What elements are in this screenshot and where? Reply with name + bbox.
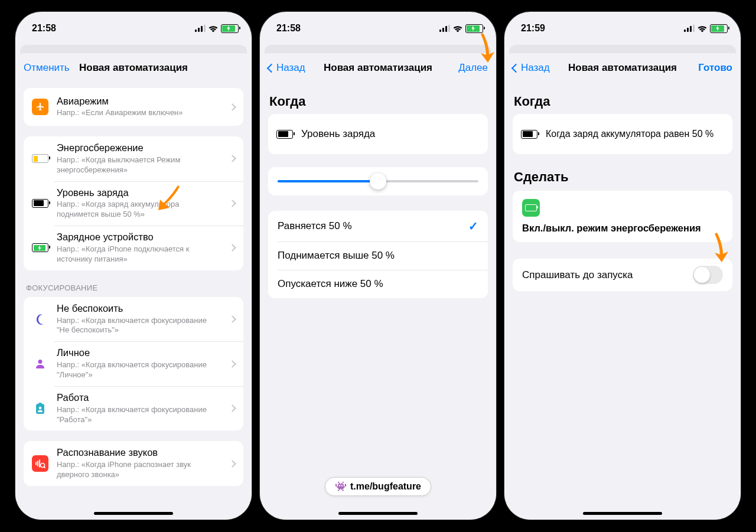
- nav-bar: Отменить Новая автоматизация: [15, 53, 252, 83]
- group-airplane: Авиарежим Напр.: «Если Авиарежим включен…: [24, 88, 243, 126]
- phone-screen-1: 21:58 Отменить Новая автоматизация Авиар…: [15, 12, 252, 520]
- when-heading: Когда: [514, 94, 731, 109]
- ask-label: Спрашивать до запуска: [522, 269, 633, 281]
- sheet: Назад Новая автоматизация Далее Когда Ур…: [260, 53, 496, 520]
- svg-rect-2: [38, 403, 42, 406]
- when-row-text: Уровень заряда: [301, 128, 480, 140]
- when-row-battery[interactable]: Уровень заряда: [268, 114, 488, 154]
- done-button[interactable]: Готово: [698, 53, 732, 83]
- battery-level-icon: [32, 195, 48, 211]
- group-focus: Не беспокоить Напр.: «Когда включается ф…: [24, 297, 243, 431]
- svg-line-8: [44, 467, 45, 468]
- sheet: Отменить Новая автоматизация Авиарежим Н…: [15, 53, 252, 520]
- option-equals[interactable]: Равняется 50 % ✓: [268, 211, 488, 241]
- chevron-left-icon: [511, 63, 521, 73]
- home-indicator[interactable]: [94, 512, 173, 515]
- home-indicator[interactable]: [583, 512, 662, 515]
- slider-thumb[interactable]: [370, 173, 386, 190]
- row-title: Распознавание звуков: [57, 447, 219, 459]
- row-battery-level[interactable]: Уровень заряда Напр.: «Когда заряд аккум…: [24, 181, 243, 226]
- row-sub: Напр.: «Когда включается фокусирование "…: [57, 360, 219, 380]
- chevron-right-icon: [229, 315, 236, 323]
- row-title: Энергосбережение: [57, 142, 219, 154]
- when-heading: Когда: [269, 94, 487, 109]
- back-button[interactable]: Назад: [268, 53, 305, 83]
- home-indicator[interactable]: [338, 512, 418, 515]
- chevron-right-icon: [229, 103, 236, 111]
- back-button[interactable]: Назад: [513, 53, 550, 83]
- nav-title: Новая автоматизация: [79, 62, 188, 74]
- row-sub: Напр.: «Когда заряд аккумулятора подниме…: [57, 200, 219, 220]
- chevron-right-icon: [229, 404, 236, 412]
- option-label: Поднимается выше 50 %: [278, 250, 395, 262]
- wifi-icon: [208, 25, 219, 32]
- watermark-badge: 👾 t.me/bugfeature: [325, 477, 431, 496]
- chevron-right-icon: [229, 155, 236, 162]
- status-icons: [439, 24, 483, 33]
- ask-before-run-row: Спрашивать до запуска: [513, 259, 732, 291]
- row-title: Уровень заряда: [57, 187, 219, 199]
- status-time: 21:58: [32, 23, 56, 34]
- row-airplane[interactable]: Авиарежим Напр.: «Если Авиарежим включен…: [24, 88, 243, 126]
- row-sub: Напр.: «Когда iPhone подключается к исто…: [57, 244, 219, 265]
- wifi-icon: [697, 25, 708, 32]
- nav-title: Новая автоматизация: [324, 62, 432, 74]
- sound-icon: [32, 455, 48, 472]
- battery-icon: [465, 24, 483, 33]
- action-group[interactable]: Вкл./выкл. режим энергосбережения: [513, 191, 732, 242]
- checkmark-icon: ✓: [468, 219, 478, 233]
- cancel-button[interactable]: Отменить: [24, 53, 70, 83]
- status-bar: 21:58: [15, 12, 252, 41]
- chevron-right-icon: [229, 360, 236, 368]
- row-sub: Напр.: «Когда выключается Режим энергосб…: [57, 155, 219, 175]
- status-time: 21:59: [521, 23, 545, 34]
- content: Когда Уровень заряда Равняется 50 %: [260, 83, 496, 520]
- next-button[interactable]: Далее: [458, 53, 488, 83]
- content-scroll[interactable]: Авиарежим Напр.: «Если Авиарежим включен…: [15, 83, 252, 520]
- status-icons: [195, 24, 239, 33]
- nav-title: Новая автоматизация: [568, 62, 677, 74]
- status-time: 21:58: [276, 23, 301, 34]
- row-dnd[interactable]: Не беспокоить Напр.: «Когда включается ф…: [24, 297, 243, 342]
- options-group: Равняется 50 % ✓ Поднимается выше 50 % О…: [268, 211, 488, 298]
- space-invader-icon: 👾: [335, 482, 347, 491]
- battery-icon: [221, 24, 239, 33]
- row-work[interactable]: Работа Напр.: «Когда включается фокусиро…: [24, 386, 243, 431]
- sheet: Назад Новая автоматизация Готово Когда К…: [504, 53, 741, 520]
- option-falls-below[interactable]: Опускается ниже 50 %: [268, 270, 488, 298]
- status-icons: [684, 24, 728, 33]
- ask-toggle[interactable]: [693, 266, 723, 284]
- option-rises-above[interactable]: Поднимается выше 50 %: [268, 241, 488, 270]
- row-lowpower[interactable]: Энергосбережение Напр.: «Когда выключает…: [24, 136, 243, 181]
- chevron-right-icon: [229, 200, 236, 207]
- nav-bar: Назад Новая автоматизация Готово: [504, 53, 741, 83]
- when-group: Когда заряд аккумулятора равен 50 %: [513, 114, 732, 154]
- option-label: Опускается ниже 50 %: [278, 278, 383, 290]
- when-row-battery[interactable]: Когда заряд аккумулятора равен 50 %: [513, 114, 732, 154]
- wifi-icon: [452, 25, 463, 32]
- lowpower-action-icon: [522, 199, 540, 217]
- focus-section-header: ФОКУСИРОВАНИЕ: [26, 283, 241, 292]
- row-sub: Напр.: «Когда включается фокусирование "…: [57, 405, 219, 425]
- battery-icon: [710, 24, 728, 33]
- row-title: Личное: [57, 347, 219, 359]
- status-bar: 21:58: [260, 12, 496, 41]
- row-title: Не беспокоить: [57, 303, 219, 315]
- svg-point-0: [38, 360, 43, 364]
- chevron-left-icon: [267, 63, 276, 73]
- cellular-icon: [195, 25, 206, 32]
- battery-slider[interactable]: [268, 167, 488, 195]
- row-charger[interactable]: Зарядное устройство Напр.: «Когда iPhone…: [24, 226, 243, 270]
- row-sub: Напр.: «Когда iPhone распознает звук две…: [57, 460, 219, 480]
- row-title: Зарядное устройство: [57, 231, 219, 243]
- airplane-icon: [32, 99, 48, 115]
- when-row-text: Когда заряд аккумулятора равен 50 %: [546, 128, 724, 139]
- row-sound-recognition[interactable]: Распознавание звуков Напр.: «Когда iPhon…: [24, 441, 243, 486]
- row-personal[interactable]: Личное Напр.: «Когда включается фокусиро…: [24, 341, 243, 386]
- chevron-right-icon: [229, 460, 236, 468]
- row-sub: Напр.: «Когда включается фокусирование "…: [57, 316, 219, 336]
- phone-screen-3: 21:59 Назад Новая автоматизация Готово К…: [504, 12, 741, 520]
- group-power: Энергосбережение Напр.: «Когда выключает…: [24, 136, 243, 270]
- do-heading: Сделать: [514, 169, 731, 185]
- option-label: Равняется 50 %: [278, 220, 352, 232]
